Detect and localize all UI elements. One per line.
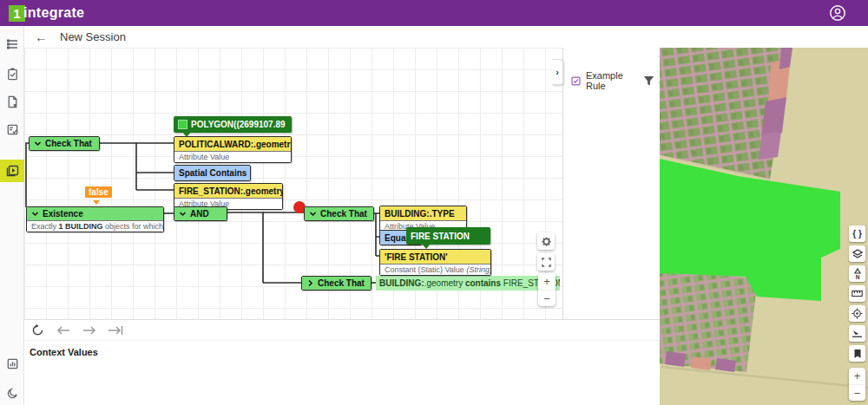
node-and[interactable]: AND bbox=[174, 206, 227, 221]
app-window: 1 integrate ← New Session bbox=[0, 0, 868, 405]
rule-summary-text: BUILDING:.geometry contains FIRE_STATION… bbox=[376, 276, 560, 291]
step-forward-button[interactable] bbox=[82, 323, 97, 338]
account-icon[interactable] bbox=[829, 4, 846, 22]
session-header: ← New Session bbox=[24, 26, 660, 48]
back-arrow-icon[interactable]: ← bbox=[35, 29, 48, 44]
top-bar: 1 integrate bbox=[0, 0, 868, 26]
map-zoom-control: + − bbox=[849, 368, 865, 401]
false-badge-pointer bbox=[93, 200, 100, 205]
canvas-zoom-in-button[interactable]: + bbox=[538, 273, 556, 290]
sessions-play-icon bbox=[5, 164, 19, 178]
chevron-down-icon bbox=[309, 210, 317, 218]
page-title: New Session bbox=[60, 30, 126, 43]
step-back-button[interactable] bbox=[56, 323, 71, 338]
canvas-collapse-tab[interactable]: › bbox=[552, 59, 563, 85]
rule-name[interactable]: Example Rule bbox=[586, 70, 639, 91]
map-view[interactable] bbox=[660, 48, 868, 405]
fire-station-tooltip: FIRE STATION bbox=[406, 227, 490, 245]
node-politicalward-geometry[interactable]: POLITICALWARD:.geometry Attribute Value bbox=[174, 136, 292, 163]
node-existence[interactable]: Existence Exactly 1 BUILDING objects for… bbox=[26, 206, 164, 232]
rule-clipboard-icon bbox=[570, 75, 582, 87]
replay-button[interactable] bbox=[30, 323, 45, 338]
node-check-that-2[interactable]: Check That bbox=[304, 206, 374, 221]
node-fire-station-constant[interactable]: 'FIRE STATION' Constant (Static) Value (… bbox=[379, 249, 491, 276]
map-measure-ruler-icon[interactable] bbox=[849, 285, 865, 302]
map-coordinates-icon[interactable]: { } bbox=[849, 225, 865, 242]
chevron-down-icon bbox=[179, 210, 187, 218]
app-logo: 1 integrate bbox=[9, 5, 84, 22]
chevron-right-icon bbox=[306, 279, 314, 287]
debug-bottom-panel: Context Values bbox=[24, 319, 660, 405]
canvas-zoom-control: + − bbox=[538, 273, 556, 306]
clipboard-check-icon[interactable] bbox=[0, 62, 24, 85]
map-zoom-to-extent-icon[interactable] bbox=[849, 325, 865, 342]
geometry-value-tooltip: POLYGON((2699107.89 bbox=[174, 116, 292, 133]
dashboard-chart-icon[interactable] bbox=[0, 352, 24, 375]
chevron-down-icon bbox=[34, 140, 42, 147]
canvas-settings-gear-icon[interactable] bbox=[537, 232, 555, 250]
map-locate-target-icon[interactable] bbox=[849, 305, 865, 322]
map-bookmark-icon[interactable] bbox=[849, 345, 865, 362]
dark-mode-moon-icon[interactable] bbox=[0, 382, 24, 404]
debug-toolbar bbox=[24, 320, 660, 341]
sidebar-item-sessions[interactable] bbox=[0, 160, 24, 182]
chevron-down-icon bbox=[31, 210, 39, 218]
map-zoom-out-button[interactable]: − bbox=[849, 384, 865, 401]
false-result-badge: false bbox=[85, 186, 112, 198]
rules-list-panel: Example Rule bbox=[562, 48, 660, 319]
node-check-that-3[interactable]: Check That bbox=[301, 276, 372, 291]
svg-text:N: N bbox=[855, 274, 859, 280]
geometry-swatch-icon bbox=[178, 120, 187, 129]
sidebar: ? bbox=[0, 26, 24, 405]
rule-canvas[interactable]: BUILDING:.geometry contains FIRE_STATION… bbox=[24, 48, 562, 319]
document-icon[interactable] bbox=[0, 90, 24, 113]
canvas-zoom-out-button[interactable]: − bbox=[538, 290, 556, 306]
map-layers-icon[interactable] bbox=[849, 245, 865, 262]
map-render bbox=[660, 48, 868, 405]
filter-funnel-icon[interactable] bbox=[643, 75, 654, 87]
node-spatial-contains[interactable]: Spatial Contains bbox=[174, 165, 251, 181]
menu-list-icon[interactable] bbox=[0, 33, 24, 56]
context-values-title: Context Values bbox=[24, 341, 660, 357]
step-to-end-button[interactable] bbox=[108, 323, 123, 338]
node-check-that-1[interactable]: Check That bbox=[29, 136, 100, 151]
map-north-icon[interactable]: N bbox=[849, 265, 865, 282]
map-zoom-in-button[interactable]: + bbox=[849, 368, 865, 384]
report-list-icon[interactable] bbox=[0, 118, 24, 140]
logo-text: integrate bbox=[23, 5, 84, 21]
fullscreen-icon[interactable] bbox=[537, 253, 555, 271]
